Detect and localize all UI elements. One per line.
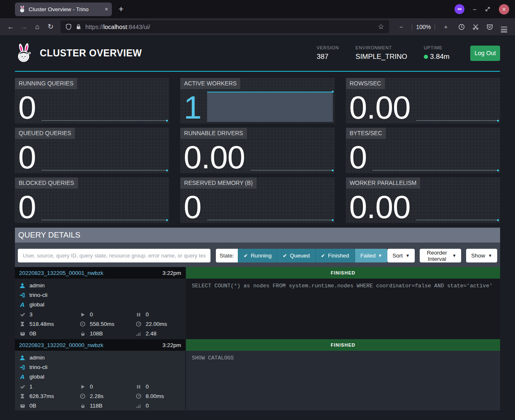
state-filter-queued[interactable]: ✔Queued [277,249,315,262]
cpu-time-clock-icon [80,393,86,399]
zoom-out-icon[interactable]: − [394,24,408,30]
cumulative-memory-flame-icon [80,403,86,408]
reorder-interval-dropdown[interactable]: Reorder Interval▼ [420,249,461,262]
state-filter-running[interactable]: ✔Running [238,249,277,262]
queued-splits-pause-icon [135,312,142,317]
cluster-header: CLUSTER OVERVIEW VERSION 387 ENVIRONMENT… [15,35,500,72]
tab-title: Cluster Overview - Trino [29,6,102,12]
completed-splits: 3 [29,311,33,318]
zoom-in-icon[interactable]: + [439,24,453,30]
chevron-down-icon: ▼ [406,254,410,258]
wall-time: 626.37ms [29,393,54,399]
bookmark-star-icon[interactable]: ☆ [378,22,384,31]
current-memory: 0B [29,403,36,409]
cpu-time: 2.28s [90,393,104,399]
state-filter-failed-dropdown[interactable]: Failed▼ [355,249,388,262]
query-user: admin [29,354,45,361]
stat-label: ACTIVE WORKERS [180,78,240,89]
cumulative-memory-flame-icon [80,331,86,336]
environment-label: ENVIRONMENT [355,45,407,50]
pocket-icon[interactable] [483,24,497,30]
query-time: 3:22pm [162,270,181,276]
menu-hamburger-icon[interactable] [497,25,511,29]
url-bar[interactable]: https://localhost:8443/ui/ ☆ [60,20,389,33]
window-minimize-button[interactable]: − [473,6,476,13]
parallelism-chart-icon [135,403,142,408]
running-splits: 0 [90,384,93,390]
version-label: VERSION [317,45,339,50]
query-status-bar: FINISHED [186,339,500,351]
completed-splits-check-icon [19,384,26,389]
stat-label: WORKER PARALLELISM [346,177,421,189]
stat-value: 0.00 [184,143,245,172]
wall-time-hourglass-icon [19,321,26,327]
connection-lock-icon[interactable] [75,24,82,30]
trino-logo [15,43,32,63]
query-row-header: 20220823_132205_00001_nwbzk 3:22pm FINIS… [15,267,500,279]
stat-label: ROWS/SEC [346,78,385,89]
queued-splits: 0 [146,311,149,318]
wall-time-hourglass-icon [19,393,26,399]
page-title: CLUSTER OVERVIEW [40,48,142,59]
home-icon[interactable]: ⌂ [31,23,44,30]
logout-button[interactable]: Log Out [470,46,500,61]
history-clock-icon[interactable] [455,24,469,30]
source-signin-icon [19,292,26,298]
window-restore-button[interactable] [485,6,491,12]
screenshot-scissors-icon[interactable] [469,24,483,30]
query-sql-text: SHOW CATALOGS [186,351,500,410]
stat-card-queued-queries: QUEUED QUERIES 0 [15,128,169,173]
query-search-input[interactable] [18,249,210,262]
current-memory: 0B [29,330,36,337]
stat-card-runnable-drivers: RUNNABLE DRIVERS 0.00 [180,128,334,173]
query-time: 3:22pm [162,342,181,348]
state-filter-finished[interactable]: ✔Finished [315,249,355,262]
uptime-value: 3.84m [424,53,450,61]
stat-card-rows-sec: ROWS/SEC 0.00 [346,78,500,124]
url-text: https://localhost:8443/ui/ [85,24,150,30]
back-icon[interactable]: ← [4,23,17,30]
new-tab-button[interactable]: + [118,4,123,14]
stat-value: 0 [18,143,36,172]
stat-value: 0.00 [349,93,411,123]
check-icon: ✔ [283,253,287,259]
query-details-toolbar: State: ✔Running ✔Queued ✔Finished Failed… [15,243,500,267]
chevron-down-icon: ▼ [488,254,492,258]
trino-page: CLUSTER OVERVIEW VERSION 387 ENVIRONMENT… [0,35,515,410]
running-splits-play-icon [80,312,86,317]
tab-close-icon[interactable]: × [105,6,108,12]
browser-tab[interactable]: Cluster Overview - Trino × [15,2,112,16]
running-splits-play-icon [80,384,86,389]
stat-card-active-workers: ACTIVE WORKERS 1 [180,78,334,124]
user-icon [19,355,26,361]
stat-value: 0 [18,192,36,222]
query-row: admin trino-cli A global 3 0 0 518. [15,279,500,339]
reload-icon[interactable]: ↻ [44,23,57,30]
show-dropdown[interactable]: Show▼ [466,249,497,262]
chevron-down-icon: ▼ [378,254,382,258]
zoom-level[interactable]: 100% [416,24,431,30]
stat-label: BYTES/SEC [346,128,386,139]
parallelism: 2.48 [146,330,157,337]
cpu-time: 558.50ms [90,321,114,327]
window-close-button[interactable] [499,4,509,15]
sort-dropdown[interactable]: Sort▼ [387,249,415,262]
query-resource-group: global [29,301,44,308]
execution-time: 8.00ms [146,393,164,399]
execution-time: 22.00ms [146,321,167,327]
stat-label: RESERVED MEMORY (B) [180,177,256,189]
uptime-status-dot [424,55,428,59]
query-id-link[interactable]: 20220823_132205_00001_nwbzk [19,270,103,276]
tracking-protection-shield-icon[interactable] [65,24,72,30]
execution-time-gauge-icon [135,393,142,399]
stat-value: 0 [349,143,367,172]
resource-group-icon: A [19,301,26,308]
stat-value: 0 [184,192,201,222]
forward-icon[interactable]: → [17,23,31,30]
check-icon: ✔ [321,253,325,259]
browser-navbar: ← → ⌂ ↻ https://localhost:8443/ui/ ☆ − 1… [0,18,515,35]
private-browsing-icon: ∞ [455,4,464,14]
cpu-time-clock-icon [80,321,86,327]
state-filter-label: State: [216,249,238,262]
query-id-link[interactable]: 20220823_132202_00000_nwbzk [19,342,103,348]
